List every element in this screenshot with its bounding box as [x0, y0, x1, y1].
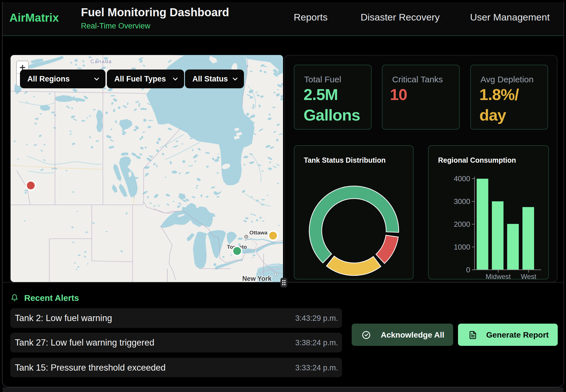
- svg-text:Canada: Canada: [90, 58, 112, 64]
- svg-text:Ottawa: Ottawa: [249, 230, 268, 236]
- svg-text:West: West: [521, 273, 536, 280]
- svg-text:2000: 2000: [454, 220, 470, 228]
- svg-text:New York: New York: [242, 275, 272, 282]
- svg-text:1000: 1000: [454, 243, 470, 251]
- svg-text:4000: 4000: [454, 174, 470, 183]
- svg-text:0: 0: [466, 266, 470, 274]
- svg-text:Midwest: Midwest: [486, 273, 511, 280]
- svg-text:3000: 3000: [454, 197, 470, 206]
